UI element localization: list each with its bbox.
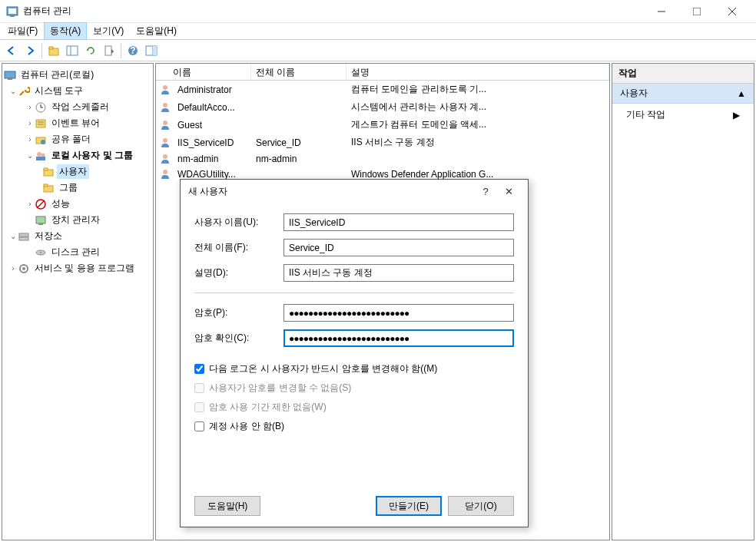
- maximize-button[interactable]: [679, 0, 715, 23]
- cell-name: Guest: [173, 119, 251, 131]
- tree-users[interactable]: 사용자: [2, 164, 153, 180]
- menu-help[interactable]: 도움말(H): [130, 22, 183, 40]
- confirm-password-label: 암호 확인(C):: [194, 332, 284, 345]
- collapse-icon[interactable]: ⌄: [8, 87, 18, 95]
- show-hide-action-pane-button[interactable]: [143, 42, 160, 59]
- forward-button[interactable]: [22, 42, 38, 59]
- svg-point-48: [163, 154, 167, 159]
- expand-icon[interactable]: ›: [25, 135, 35, 144]
- menu-view[interactable]: 보기(V): [87, 22, 130, 40]
- user-icon: [159, 119, 171, 131]
- show-hide-console-tree-button[interactable]: [64, 42, 81, 59]
- list-row[interactable]: nm-adminnm-admin: [156, 151, 609, 167]
- tree-local-users-groups[interactable]: ⌄ 로컬 사용자 및 그룹: [2, 147, 153, 164]
- close-button[interactable]: 닫기(O): [448, 496, 514, 516]
- folder-icon: [42, 166, 55, 178]
- cell-description: [346, 158, 609, 160]
- password-input[interactable]: [284, 304, 514, 322]
- submenu-arrow-icon: ▶: [733, 110, 740, 121]
- column-fullname[interactable]: 전체 이름: [251, 64, 346, 80]
- close-button[interactable]: [715, 0, 750, 23]
- tree-task-scheduler[interactable]: › 작업 스케줄러: [2, 99, 153, 115]
- svg-rect-16: [153, 46, 157, 55]
- tree-event-viewer[interactable]: › 이벤트 뷰어: [2, 115, 153, 131]
- cell-fullname: [251, 107, 346, 108]
- export-list-button[interactable]: [101, 42, 118, 59]
- svg-point-45: [163, 103, 167, 107]
- minimize-button[interactable]: [644, 0, 679, 23]
- tree-storage[interactable]: ⌄ 저장소: [2, 228, 153, 244]
- dialog-titlebar: 새 사용자 ? ✕: [181, 180, 528, 203]
- svg-rect-1: [8, 8, 16, 14]
- cell-description: 시스템에서 관리하는 사용자 계...: [346, 100, 609, 114]
- user-icon: [159, 153, 171, 165]
- expand-icon[interactable]: ›: [25, 200, 35, 208]
- svg-rect-11: [105, 46, 111, 55]
- expand-icon[interactable]: ›: [25, 119, 35, 127]
- svg-rect-4: [693, 8, 701, 15]
- svg-rect-18: [8, 78, 12, 80]
- tree-disk-management[interactable]: › 디스크 관리: [2, 244, 153, 260]
- dialog-close-button[interactable]: ✕: [497, 186, 520, 197]
- actions-section-users[interactable]: 사용자 ▲: [612, 84, 754, 104]
- must-change-password-label: 다음 로그온 시 사용자가 반드시 암호를 변경해야 함((M): [209, 362, 437, 375]
- navigation-tree[interactable]: 컴퓨터 관리(로컬) ⌄ 시스템 도구 › 작업 스케줄러 › 이벤트 뷰어 ›…: [2, 63, 154, 540]
- folder-icon: [42, 182, 55, 194]
- expand-icon[interactable]: ›: [25, 103, 35, 111]
- column-name[interactable]: 이름: [156, 64, 251, 80]
- svg-point-26: [41, 140, 45, 144]
- actions-item-more[interactable]: 기타 작업 ▶: [612, 104, 754, 126]
- confirm-password-input[interactable]: [284, 329, 514, 347]
- create-button[interactable]: 만들기(E): [376, 496, 442, 516]
- tree-groups[interactable]: 그룹: [2, 180, 153, 196]
- list-row[interactable]: IIS_ServiceIDService_IDIIS 서비스 구동 계정: [156, 134, 609, 151]
- help-button[interactable]: ?: [124, 42, 141, 59]
- list-row[interactable]: Administrator컴퓨터 도메인을 관리하도록 기...: [156, 81, 609, 98]
- tree-root[interactable]: 컴퓨터 관리(로컬): [2, 67, 153, 83]
- menu-action[interactable]: 동작(A): [44, 22, 87, 40]
- up-button[interactable]: [45, 42, 62, 59]
- tree-shared-folders[interactable]: › 공유 폴더: [2, 131, 153, 147]
- must-change-password-checkbox[interactable]: [194, 364, 204, 374]
- cell-description: IIS 서비스 구동 계정: [346, 135, 609, 150]
- menu-file[interactable]: 파일(F): [2, 22, 44, 40]
- cannot-change-password-label: 사용자가 암호를 변경할 수 없음(S): [209, 382, 351, 395]
- column-description[interactable]: 설명: [346, 64, 609, 80]
- svg-line-35: [37, 200, 45, 208]
- password-label: 암호(P):: [194, 306, 284, 319]
- collapse-icon[interactable]: ⌄: [8, 232, 18, 240]
- app-icon: [6, 5, 18, 18]
- svg-rect-39: [19, 237, 28, 240]
- svg-point-43: [22, 267, 25, 270]
- scheduler-icon: [35, 101, 47, 114]
- back-button[interactable]: [3, 42, 20, 59]
- account-disabled-checkbox[interactable]: [194, 421, 204, 431]
- username-input[interactable]: [284, 213, 514, 231]
- cell-fullname: [251, 89, 346, 91]
- list-row[interactable]: DefaultAcco...시스템에서 관리하는 사용자 계...: [156, 98, 609, 116]
- performance-icon: [35, 198, 47, 210]
- window-title: 컴퓨터 관리: [23, 5, 644, 18]
- svg-rect-31: [44, 168, 48, 170]
- dialog-help-btn[interactable]: 도움말(H): [194, 496, 260, 516]
- window-titlebar: 컴퓨터 관리: [0, 0, 756, 23]
- expand-icon[interactable]: ›: [8, 264, 18, 273]
- list-row[interactable]: Guest게스트가 컴퓨터 도메인을 액세...: [156, 116, 609, 134]
- cell-name: Administrator: [173, 84, 251, 96]
- tree-device-manager[interactable]: › 장치 관리자: [2, 212, 153, 228]
- collapse-icon[interactable]: ⌄: [25, 151, 35, 160]
- refresh-button[interactable]: [82, 42, 99, 59]
- cell-fullname: [251, 124, 346, 126]
- services-icon: [18, 263, 30, 275]
- description-input[interactable]: [284, 264, 514, 282]
- tree-system-tools[interactable]: ⌄ 시스템 도구: [2, 83, 153, 99]
- fullname-input[interactable]: [284, 239, 514, 256]
- dialog-help-button[interactable]: ?: [474, 186, 497, 197]
- tree-services[interactable]: › 서비스 및 응용 프로그램: [2, 260, 153, 276]
- tree-performance[interactable]: › 성능: [2, 196, 153, 212]
- cell-description: 컴퓨터 도메인을 관리하도록 기...: [346, 82, 609, 97]
- actions-panel: 작업 사용자 ▲ 기타 작업 ▶: [612, 63, 754, 540]
- user-icon: [159, 168, 171, 180]
- svg-point-28: [41, 153, 45, 157]
- username-label: 사용자 이름(U):: [194, 216, 284, 229]
